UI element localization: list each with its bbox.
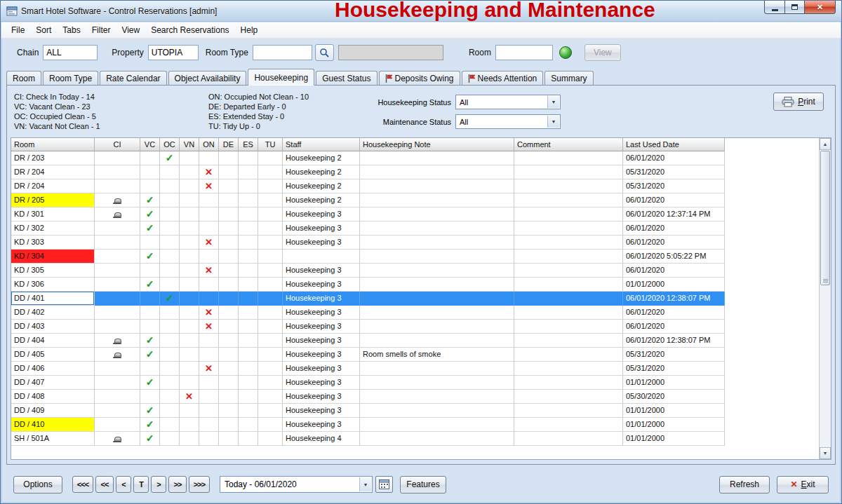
- table-row[interactable]: DD / 408✕Housekeeping 305/30/2020: [11, 390, 831, 404]
- nav-today-button[interactable]: T: [133, 476, 149, 493]
- exit-button[interactable]: ✕ Exit: [777, 476, 829, 493]
- menu-item-help[interactable]: Help: [235, 23, 264, 37]
- menu-item-filter[interactable]: Filter: [86, 23, 116, 37]
- table-row[interactable]: KD / 306✓Housekeeping 301/01/2000: [11, 278, 831, 292]
- nav-back-button[interactable]: <: [116, 476, 131, 493]
- tab-room-type[interactable]: Room Type: [43, 71, 98, 85]
- nav-first-button[interactable]: <<<: [72, 476, 93, 493]
- tab-rate-calendar[interactable]: Rate Calendar: [100, 71, 166, 85]
- room-input[interactable]: [495, 45, 553, 60]
- clean-check-icon: ✓: [166, 151, 174, 165]
- column-header-vn[interactable]: VN: [180, 138, 199, 151]
- room-type-input[interactable]: [253, 45, 312, 60]
- close-button[interactable]: ✕: [804, 1, 836, 14]
- housekeeping-status-dropdown[interactable]: All ▼: [455, 95, 561, 109]
- table-row[interactable]: DR / 205✓Housekeeping 206/01/2020: [11, 193, 831, 207]
- table-row[interactable]: DD / 405✓Housekeeping 3Room smells of sm…: [11, 348, 831, 362]
- options-button[interactable]: Options: [13, 476, 62, 493]
- column-header-room[interactable]: Room: [11, 138, 95, 151]
- table-row[interactable]: KD / 303✕Housekeeping 306/01/2020: [11, 236, 831, 250]
- scroll-up-arrow[interactable]: ▲: [820, 138, 831, 150]
- es-cell: [239, 348, 258, 362]
- table-row[interactable]: DD / 404✓Housekeeping 306/01/2020 12:38:…: [11, 334, 831, 348]
- table-row[interactable]: DD / 410✓Housekeeping 301/01/2000: [11, 418, 831, 432]
- table-row[interactable]: KD / 305✕Housekeeping 306/01/2020: [11, 264, 831, 278]
- minimize-button[interactable]: [764, 1, 785, 14]
- nav-forward-button[interactable]: >: [151, 476, 166, 493]
- on-cell: ✕: [199, 306, 219, 320]
- table-row[interactable]: DR / 204✕Housekeeping 205/31/2020: [11, 179, 831, 193]
- table-row[interactable]: KD / 304✓06/01/2020 5:05:22 PM: [11, 250, 831, 264]
- print-button[interactable]: Print: [773, 93, 824, 111]
- table-row[interactable]: DD / 407✓Housekeeping 301/01/2000: [11, 376, 831, 390]
- checkin-bell-icon: [113, 351, 121, 358]
- column-header-tu[interactable]: TU: [258, 138, 283, 151]
- vertical-scrollbar[interactable]: ▲ ▼: [819, 138, 831, 459]
- view-button[interactable]: View: [584, 44, 621, 61]
- tu-cell: [258, 151, 283, 165]
- maintenance-status-dropdown[interactable]: All ▼: [455, 114, 561, 129]
- calendar-button[interactable]: [375, 476, 393, 493]
- column-header-housekeeping-note[interactable]: Housekeeping Note: [360, 138, 514, 151]
- vc-cell: [140, 151, 160, 165]
- tab-needs-attention[interactable]: Needs Attention: [462, 71, 544, 85]
- column-header-vc[interactable]: VC: [140, 138, 160, 151]
- room-status-orb-icon[interactable]: [559, 46, 572, 59]
- column-header-comment[interactable]: Comment: [514, 138, 623, 151]
- de-cell: [219, 222, 239, 236]
- nav-fast-back-button[interactable]: <<: [95, 476, 114, 493]
- note-cell: [360, 390, 514, 404]
- title-bar[interactable]: Smart Hotel Software - Control Reservati…: [1, 1, 841, 22]
- table-row[interactable]: DR / 204✕Housekeeping 205/31/2020: [11, 165, 831, 179]
- clean-check-icon: ✓: [146, 278, 154, 291]
- table-row[interactable]: DD / 402✕Housekeeping 306/01/2020: [11, 306, 831, 320]
- column-header-staff[interactable]: Staff: [283, 138, 360, 151]
- table-row[interactable]: DR / 203✓Housekeeping 206/01/2020: [11, 151, 831, 165]
- property-input[interactable]: [148, 45, 199, 60]
- maximize-button[interactable]: [784, 1, 805, 14]
- oc-cell: [160, 404, 180, 418]
- scroll-down-arrow[interactable]: ▼: [820, 447, 831, 459]
- menu-item-tabs[interactable]: Tabs: [57, 23, 86, 37]
- column-header-on[interactable]: ON: [199, 138, 219, 151]
- menu-item-sort[interactable]: Sort: [30, 23, 57, 37]
- features-button[interactable]: Features: [400, 476, 446, 493]
- tab-room[interactable]: Room: [6, 71, 41, 85]
- search-button[interactable]: [315, 44, 334, 61]
- nav-fast-forward-button[interactable]: >>: [168, 476, 187, 493]
- column-header-ci[interactable]: CI: [95, 138, 140, 151]
- table-row[interactable]: SH / 501A✓Housekeeping 401/01/2000: [11, 432, 831, 446]
- nav-last-button[interactable]: >>>: [189, 476, 210, 493]
- vc-cell: ✓: [140, 376, 160, 390]
- es-cell: [239, 151, 258, 165]
- column-header-es[interactable]: ES: [239, 138, 258, 151]
- menu-item-search-reservations[interactable]: Search Reservations: [145, 23, 234, 37]
- table-row[interactable]: DD / 401✓Housekeeping 306/01/2020 12:38:…: [11, 292, 831, 306]
- table-row[interactable]: DD / 403✕Housekeeping 306/01/2020: [11, 320, 831, 334]
- date-dropdown[interactable]: Today - 06/01/2020 ▼: [220, 476, 373, 493]
- column-header-oc[interactable]: OC: [160, 138, 180, 151]
- oc-cell: [160, 348, 180, 362]
- tab-housekeeping[interactable]: Housekeeping: [248, 69, 314, 86]
- table-row[interactable]: KD / 302✓Housekeeping 306/01/2020: [11, 222, 831, 236]
- on-cell: [199, 193, 219, 207]
- tab-object-availability[interactable]: Object Availability: [168, 71, 247, 85]
- tab-guest-status[interactable]: Guest Status: [316, 71, 377, 85]
- tab-deposits-owing[interactable]: Deposits Owing: [379, 71, 460, 85]
- menu-item-file[interactable]: File: [6, 23, 30, 37]
- room-cell: SH / 501A: [11, 432, 95, 446]
- tab-summary[interactable]: Summary: [544, 71, 593, 85]
- refresh-button[interactable]: Refresh: [719, 476, 770, 493]
- table-row[interactable]: KD / 301✓Housekeeping 306/01/2020 12:37:…: [11, 207, 831, 222]
- column-header-last-used-date[interactable]: Last Used Date: [623, 138, 725, 151]
- comment-cell: [514, 207, 623, 222]
- not-clean-x-icon: ✕: [205, 165, 213, 179]
- column-header-de[interactable]: DE: [219, 138, 239, 151]
- table-row[interactable]: DD / 406✕Housekeeping 305/31/2020: [11, 362, 831, 376]
- scroll-thumb[interactable]: [820, 151, 830, 285]
- chain-input[interactable]: [43, 45, 98, 60]
- tu-cell: [258, 264, 283, 278]
- tu-cell: [258, 222, 283, 236]
- table-row[interactable]: DD / 409✓Housekeeping 301/01/2000: [11, 404, 831, 418]
- menu-item-view[interactable]: View: [116, 23, 145, 37]
